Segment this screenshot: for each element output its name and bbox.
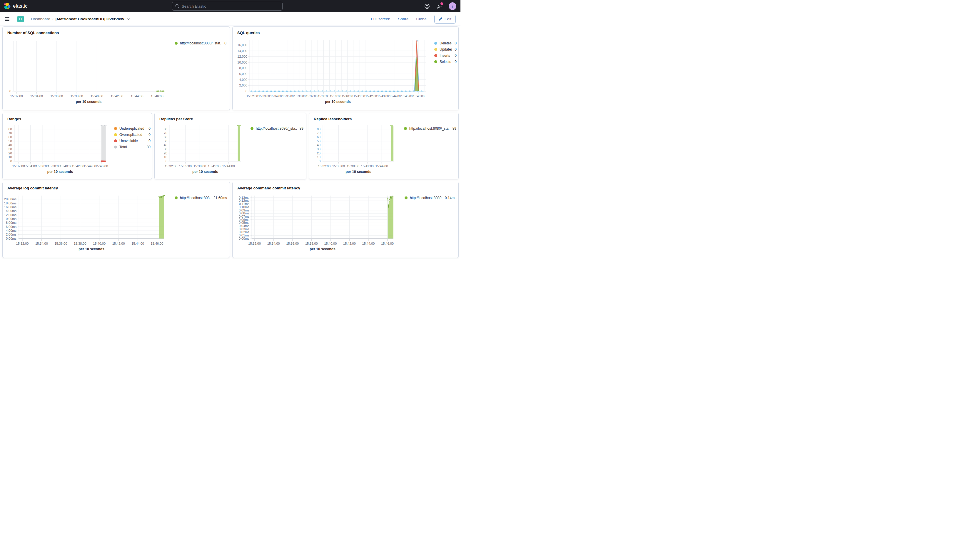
svg-text:6,000: 6,000 <box>239 72 247 76</box>
legend-item[interactable]: Updates0 <box>434 46 457 52</box>
legend-item[interactable]: http://localhost:8080...0.14ms <box>404 195 457 201</box>
svg-text:15:44:00: 15:44:00 <box>131 242 144 245</box>
space-badge[interactable]: D <box>18 16 24 22</box>
legend-dot-icon <box>114 139 117 142</box>
axis-title: per 10 seconds <box>325 100 351 104</box>
svg-text:15:46:00: 15:46:00 <box>151 94 164 98</box>
chart-replica-leaseholders[interactable]: 0102030405060708015:32:0015:35:0015:38:0… <box>323 125 394 161</box>
breadcrumb-dashboard[interactable]: Dashboard <box>31 17 50 21</box>
svg-text:15:34:00: 15:34:00 <box>270 95 282 98</box>
svg-text:15:32:00: 15:32:00 <box>12 164 25 168</box>
panel-title-replicas-per-store[interactable]: Replicas per Store <box>155 113 306 121</box>
legend-dot-icon <box>434 60 437 63</box>
svg-text:15:40:00: 15:40:00 <box>93 242 105 245</box>
chart-avg-command-commit-latency[interactable]: 0.00ms0.01ms0.02ms0.03ms0.04ms0.05ms0.06… <box>252 196 393 239</box>
legend-item[interactable]: http://localhost:8080/_sta...89 <box>404 125 457 132</box>
elastic-logo-icon <box>3 3 11 10</box>
panel-title-replica-leaseholders[interactable]: Replica leaseholders <box>309 113 458 121</box>
svg-text:15:32:00: 15:32:00 <box>10 94 23 98</box>
space-selector: D <box>14 12 27 26</box>
legend-value: 89 <box>452 126 457 130</box>
panel-title-avg-log-commit-latency[interactable]: Average log commit latency <box>3 182 230 190</box>
legend-sql-queries: Deletes0Updates0Inserts0Selects0 <box>434 40 457 65</box>
svg-text:10: 10 <box>317 155 320 159</box>
svg-text:15:42:00: 15:42:00 <box>366 95 377 98</box>
chart-sql-queries[interactable]: 02,0004,0006,0008,00010,00012,00014,0001… <box>250 40 426 91</box>
svg-text:70: 70 <box>164 131 167 135</box>
legend-label: Overreplicated <box>119 133 146 137</box>
panel-sql-connections: Number of SQL connectionshttp://localhos… <box>2 27 230 110</box>
svg-text:10: 10 <box>8 155 12 159</box>
svg-text:16.00ms: 16.00ms <box>4 205 17 209</box>
legend-item[interactable]: Overreplicated0 <box>114 132 151 138</box>
legend-item[interactable]: Total89 <box>114 144 151 150</box>
search-input[interactable]: Search Elastic <box>172 2 283 11</box>
svg-text:40: 40 <box>317 143 320 147</box>
svg-text:15:46:00: 15:46:00 <box>381 242 394 245</box>
panel-title-sql-queries[interactable]: SQL queries <box>232 27 458 35</box>
svg-text:15:45:00: 15:45:00 <box>401 95 412 98</box>
legend-item[interactable]: http://localhost:8080/_stat...0 <box>175 40 226 46</box>
svg-text:0: 0 <box>10 89 11 93</box>
legend-item[interactable]: http://localhost:8080/_sta...89 <box>250 125 304 132</box>
svg-text:10.00ms: 10.00ms <box>4 217 17 221</box>
legend-dot-icon <box>434 54 437 57</box>
svg-text:15:34:00: 15:34:00 <box>267 242 280 245</box>
legend-item[interactable]: Underreplicated0 <box>114 125 151 132</box>
header-actions: r <box>424 0 460 12</box>
edit-button-label: Edit <box>445 17 451 21</box>
svg-text:15:44:00: 15:44:00 <box>83 164 96 168</box>
chart-sql-connections[interactable]: 015:32:0015:34:0015:36:0015:38:0015:40:0… <box>14 41 164 91</box>
svg-text:15:35:00: 15:35:00 <box>179 164 192 168</box>
chevron-down-icon[interactable] <box>127 17 130 21</box>
dashboard-toolbar: D Dashboard / [Metricbeat CockroachDB] O… <box>0 12 460 26</box>
clone-button[interactable]: Clone <box>416 17 426 21</box>
legend-item[interactable]: http://localhost:808...21.60ms <box>175 195 227 201</box>
share-button[interactable]: Share <box>398 17 409 21</box>
legend-item[interactable]: Inserts0 <box>434 52 457 59</box>
svg-text:50: 50 <box>8 139 12 143</box>
svg-text:15:44:00: 15:44:00 <box>362 242 375 245</box>
svg-text:14.00ms: 14.00ms <box>4 209 17 213</box>
elastic-logo[interactable]: elastic <box>0 3 28 10</box>
legend-dot-icon <box>175 196 178 199</box>
search-placeholder: Search Elastic <box>182 4 206 8</box>
user-avatar[interactable]: r <box>449 2 457 10</box>
legend-label: http://localhost:8080... <box>410 196 442 200</box>
svg-text:0: 0 <box>245 89 247 93</box>
svg-text:20.00ms: 20.00ms <box>4 197 17 201</box>
panel-ranges: RangesUnderreplicated0Overreplicated0Una… <box>2 113 152 180</box>
help-icon[interactable] <box>424 3 430 9</box>
chart-ranges[interactable]: 0102030405060708015:32:0015:34:0015:36:0… <box>14 125 106 161</box>
svg-text:15:35:00: 15:35:00 <box>282 95 294 98</box>
legend-item[interactable]: Selects0 <box>434 59 457 65</box>
legend-item[interactable]: Unavailable0 <box>114 138 151 144</box>
svg-text:0.00ms: 0.00ms <box>6 237 17 240</box>
svg-text:15:36:00: 15:36:00 <box>36 164 49 168</box>
full-screen-button[interactable]: Full screen <box>371 17 390 21</box>
panel-title-avg-command-commit-latency[interactable]: Average command commit latency <box>232 182 458 190</box>
edit-button[interactable]: Edit <box>434 15 456 24</box>
svg-text:18.00ms: 18.00ms <box>4 202 17 205</box>
svg-text:15:38:00: 15:38:00 <box>48 164 60 168</box>
svg-text:0.13ms: 0.13ms <box>239 196 250 199</box>
newsfeed-icon[interactable] <box>436 3 442 9</box>
svg-text:2.00ms: 2.00ms <box>6 232 17 236</box>
panel-title-sql-connections[interactable]: Number of SQL connections <box>3 27 230 35</box>
legend-value: 89 <box>147 145 151 149</box>
legend-label: http://localhost:8080/_sta... <box>409 126 450 130</box>
chart-avg-log-commit-latency[interactable]: 0.00ms2.00ms4.00ms6.00ms8.00ms10.00ms12.… <box>19 196 164 239</box>
svg-text:15:42:00: 15:42:00 <box>112 242 125 245</box>
svg-text:80: 80 <box>164 127 167 131</box>
menu-toggle[interactable] <box>0 12 14 26</box>
legend-item[interactable]: Deletes0 <box>434 40 457 46</box>
legend-dot-icon <box>114 127 117 130</box>
chart-replicas-per-store[interactable]: 0102030405060708015:32:0015:35:0015:38:0… <box>170 125 241 161</box>
svg-text:0.03ms: 0.03ms <box>239 227 250 231</box>
panel-title-ranges[interactable]: Ranges <box>3 113 152 121</box>
axis-title: per 10 seconds <box>78 247 104 251</box>
svg-text:0: 0 <box>319 159 320 163</box>
legend-label: Selects <box>439 60 452 64</box>
svg-text:20: 20 <box>317 151 320 155</box>
axis-title: per 10 seconds <box>192 170 218 174</box>
